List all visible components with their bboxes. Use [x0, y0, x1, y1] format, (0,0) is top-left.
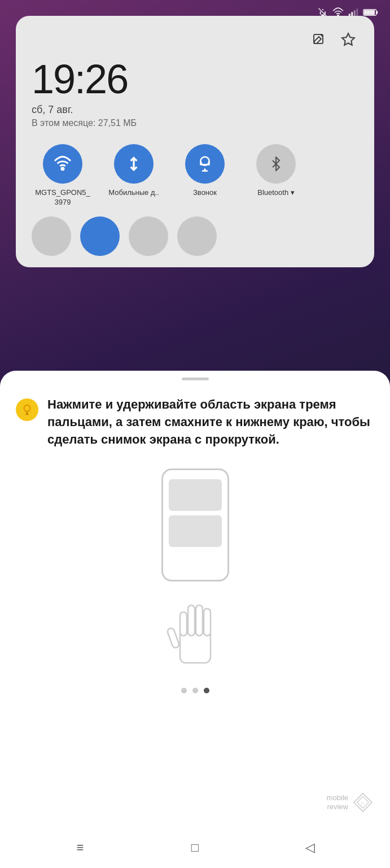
dot-2[interactable] [192, 688, 198, 693]
date-display: сб, 7 авг. [32, 104, 358, 116]
screen-content-2 [169, 515, 222, 547]
card-top-icons [32, 29, 358, 50]
pagination-dots [16, 688, 374, 693]
svg-marker-10 [342, 33, 354, 45]
phone-illustration [16, 468, 374, 676]
dot-1[interactable] [181, 688, 187, 693]
mobile-data-tile-button[interactable] [114, 144, 154, 184]
menu-button[interactable]: ≡ [67, 834, 94, 861]
tile-row2-4[interactable] [177, 216, 217, 256]
back-button[interactable]: ◁ [296, 834, 323, 861]
tile-row2-3[interactable] [129, 216, 168, 256]
quick-tiles-row: MGTS_GPON5_3979 Мобильные д.. [32, 144, 358, 207]
tile-row2-1[interactable] [32, 216, 71, 256]
svg-rect-5 [356, 8, 358, 16]
screen-content-1 [169, 479, 222, 511]
tip-text: Нажмите и удерживайте область экрана тре… [47, 396, 374, 448]
sound-tile-label: Звонок [193, 188, 217, 198]
svg-rect-20 [204, 609, 211, 636]
svg-rect-8 [364, 10, 375, 15]
sound-tile[interactable]: Звонок [174, 144, 236, 198]
quick-tiles-row2 [32, 216, 358, 256]
sound-tile-button[interactable] [185, 144, 225, 184]
phone-frame [161, 468, 229, 581]
wifi-tile-label: MGTS_GPON5_3979 [35, 188, 90, 207]
bluetooth-tile-button[interactable] [256, 144, 296, 184]
bluetooth-tile-label: Bluetooth ▾ [257, 188, 295, 198]
bottom-sheet: Нажмите и удерживайте область экрана тре… [0, 371, 390, 868]
svg-rect-19 [196, 605, 203, 636]
watermark-text: mobile review [327, 793, 348, 811]
home-button[interactable]: □ [181, 834, 208, 861]
svg-rect-21 [166, 627, 180, 649]
watermark-logo: ▷ [352, 791, 374, 814]
svg-rect-7 [376, 11, 378, 14]
svg-rect-17 [180, 612, 187, 636]
svg-text:▷: ▷ [361, 801, 365, 806]
mobile-data-tile-label: Мобильные д.. [108, 188, 159, 198]
phone-screen-lines [163, 470, 227, 556]
data-usage: В этом месяце: 27,51 МБ [32, 118, 358, 128]
watermark: mobile review ▷ [327, 791, 374, 814]
bluetooth-tile[interactable]: Bluetooth ▾ [245, 144, 307, 198]
notification-card: 19:26 сб, 7 авг. В этом месяце: 27,51 МБ… [16, 16, 374, 267]
wifi-tile[interactable]: MGTS_GPON5_3979 [32, 144, 94, 207]
sheet-handle [182, 377, 209, 380]
svg-point-14 [204, 169, 205, 170]
svg-point-11 [62, 168, 64, 170]
tile-row2-2[interactable] [80, 216, 120, 256]
dot-3[interactable] [204, 688, 209, 693]
edit-icon[interactable] [309, 29, 329, 50]
time-display: 19:26 [32, 59, 358, 99]
svg-rect-18 [188, 605, 195, 636]
settings-icon[interactable] [338, 29, 358, 50]
mobile-data-tile[interactable]: Мобильные д.. [103, 144, 165, 198]
tip-row: Нажмите и удерживайте область экрана тре… [16, 396, 374, 448]
wifi-tile-button[interactable] [43, 144, 82, 184]
nav-bar: ≡ □ ◁ [0, 827, 390, 868]
hand-illustration [159, 584, 232, 676]
bulb-icon [16, 398, 38, 421]
